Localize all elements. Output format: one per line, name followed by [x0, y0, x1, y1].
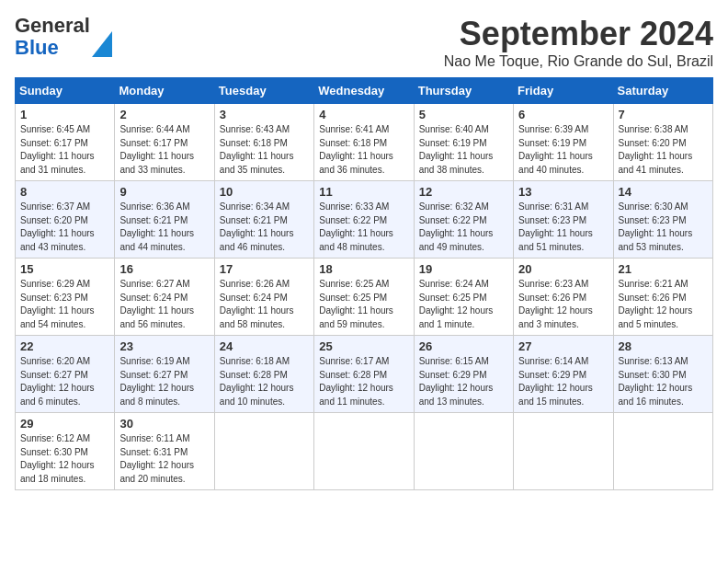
day-info: Sunrise: 6:27 AM Sunset: 6:24 PM Dayligh… [119, 278, 209, 331]
day-number: 17 [220, 262, 309, 276]
weekday-header-tuesday: Tuesday [214, 78, 313, 104]
calendar-cell: 2Sunrise: 6:44 AM Sunset: 6:17 PM Daylig… [115, 104, 214, 181]
day-info: Sunrise: 6:37 AM Sunset: 6:20 PM Dayligh… [20, 201, 109, 254]
svg-marker-0 [92, 31, 112, 57]
day-info: Sunrise: 6:33 AM Sunset: 6:22 PM Dayligh… [319, 201, 408, 254]
day-number: 7 [619, 108, 708, 121]
calendar-cell: 16Sunrise: 6:27 AM Sunset: 6:24 PM Dayli… [115, 259, 214, 336]
calendar-cell: 5Sunrise: 6:40 AM Sunset: 6:19 PM Daylig… [414, 104, 513, 181]
day-info: Sunrise: 6:43 AM Sunset: 6:18 PM Dayligh… [220, 123, 309, 177]
day-info: Sunrise: 6:11 AM Sunset: 6:31 PM Dayligh… [119, 432, 209, 486]
weekday-header-wednesday: Wednesday [314, 78, 414, 104]
day-info: Sunrise: 6:21 AM Sunset: 6:26 PM Dayligh… [619, 278, 708, 331]
day-number: 4 [319, 108, 408, 121]
day-info: Sunrise: 6:13 AM Sunset: 6:30 PM Dayligh… [619, 355, 708, 408]
weekday-header-row: SundayMondayTuesdayWednesdayThursdayFrid… [16, 78, 713, 104]
day-number: 15 [20, 262, 109, 276]
logo: GeneralBlue [15, 15, 112, 59]
day-info: Sunrise: 6:29 AM Sunset: 6:23 PM Dayligh… [20, 278, 109, 331]
calendar-cell: 9Sunrise: 6:36 AM Sunset: 6:21 PM Daylig… [115, 181, 214, 259]
day-number: 18 [319, 262, 408, 276]
calendar-cell: 13Sunrise: 6:31 AM Sunset: 6:23 PM Dayli… [514, 181, 613, 259]
calendar-cell: 27Sunrise: 6:14 AM Sunset: 6:29 PM Dayli… [514, 336, 613, 413]
calendar-week-row: 29Sunrise: 6:12 AM Sunset: 6:30 PM Dayli… [16, 413, 713, 490]
day-number: 25 [319, 339, 408, 353]
logo-triangle-icon [92, 31, 112, 57]
calendar-cell: 21Sunrise: 6:21 AM Sunset: 6:26 PM Dayli… [613, 259, 712, 336]
day-number: 3 [220, 108, 309, 121]
day-number: 30 [119, 417, 209, 431]
header: GeneralBlue September 2024 Nao Me Toque,… [15, 15, 713, 70]
day-info: Sunrise: 6:20 AM Sunset: 6:27 PM Dayligh… [20, 355, 109, 408]
day-info: Sunrise: 6:19 AM Sunset: 6:27 PM Dayligh… [119, 355, 209, 408]
calendar-body: 1Sunrise: 6:45 AM Sunset: 6:17 PM Daylig… [16, 104, 713, 490]
calendar-cell: 3Sunrise: 6:43 AM Sunset: 6:18 PM Daylig… [214, 104, 313, 181]
calendar-cell: 7Sunrise: 6:38 AM Sunset: 6:20 PM Daylig… [613, 104, 712, 181]
day-number: 11 [319, 185, 408, 199]
title-area: September 2024 Nao Me Toque, Rio Grande … [444, 15, 713, 70]
weekday-header-sunday: Sunday [16, 78, 115, 104]
day-info: Sunrise: 6:32 AM Sunset: 6:22 PM Dayligh… [419, 201, 508, 254]
calendar-cell: 17Sunrise: 6:26 AM Sunset: 6:24 PM Dayli… [214, 259, 313, 336]
month-title: September 2024 [444, 15, 713, 53]
calendar-cell [214, 413, 313, 490]
day-info: Sunrise: 6:40 AM Sunset: 6:19 PM Dayligh… [419, 123, 508, 177]
calendar-cell: 19Sunrise: 6:24 AM Sunset: 6:25 PM Dayli… [414, 259, 513, 336]
calendar-cell [613, 413, 712, 490]
calendar-cell: 18Sunrise: 6:25 AM Sunset: 6:25 PM Dayli… [314, 259, 414, 336]
day-info: Sunrise: 6:14 AM Sunset: 6:29 PM Dayligh… [518, 355, 608, 408]
calendar-cell: 28Sunrise: 6:13 AM Sunset: 6:30 PM Dayli… [613, 336, 712, 413]
calendar-cell: 25Sunrise: 6:17 AM Sunset: 6:28 PM Dayli… [314, 336, 414, 413]
weekday-header-saturday: Saturday [613, 78, 712, 104]
day-number: 20 [518, 262, 608, 276]
calendar-cell: 20Sunrise: 6:23 AM Sunset: 6:26 PM Dayli… [514, 259, 613, 336]
day-info: Sunrise: 6:31 AM Sunset: 6:23 PM Dayligh… [518, 201, 608, 254]
day-info: Sunrise: 6:45 AM Sunset: 6:17 PM Dayligh… [20, 123, 109, 177]
calendar-cell: 6Sunrise: 6:39 AM Sunset: 6:19 PM Daylig… [514, 104, 613, 181]
calendar-cell: 24Sunrise: 6:18 AM Sunset: 6:28 PM Dayli… [214, 336, 313, 413]
weekday-header-friday: Friday [514, 78, 613, 104]
calendar-cell: 23Sunrise: 6:19 AM Sunset: 6:27 PM Dayli… [115, 336, 214, 413]
day-number: 9 [119, 185, 209, 199]
calendar-cell: 1Sunrise: 6:45 AM Sunset: 6:17 PM Daylig… [16, 104, 115, 181]
day-info: Sunrise: 6:15 AM Sunset: 6:29 PM Dayligh… [419, 355, 508, 408]
calendar-cell [514, 413, 613, 490]
day-number: 8 [20, 185, 109, 199]
logo-text: GeneralBlue [15, 15, 90, 59]
calendar-cell: 30Sunrise: 6:11 AM Sunset: 6:31 PM Dayli… [115, 413, 214, 490]
calendar-cell: 11Sunrise: 6:33 AM Sunset: 6:22 PM Dayli… [314, 181, 414, 259]
day-number: 23 [119, 339, 209, 353]
day-info: Sunrise: 6:24 AM Sunset: 6:25 PM Dayligh… [419, 278, 508, 331]
day-info: Sunrise: 6:25 AM Sunset: 6:25 PM Dayligh… [319, 278, 408, 331]
weekday-header-thursday: Thursday [414, 78, 513, 104]
calendar-week-row: 22Sunrise: 6:20 AM Sunset: 6:27 PM Dayli… [16, 336, 713, 413]
calendar-cell: 15Sunrise: 6:29 AM Sunset: 6:23 PM Dayli… [16, 259, 115, 336]
day-number: 10 [220, 185, 309, 199]
day-number: 12 [419, 185, 508, 199]
day-info: Sunrise: 6:41 AM Sunset: 6:18 PM Dayligh… [319, 123, 408, 177]
day-info: Sunrise: 6:34 AM Sunset: 6:21 PM Dayligh… [220, 201, 309, 254]
day-number: 22 [20, 339, 109, 353]
day-number: 16 [119, 262, 209, 276]
location-subtitle: Nao Me Toque, Rio Grande do Sul, Brazil [444, 53, 713, 70]
day-info: Sunrise: 6:38 AM Sunset: 6:20 PM Dayligh… [619, 123, 708, 177]
calendar-cell: 12Sunrise: 6:32 AM Sunset: 6:22 PM Dayli… [414, 181, 513, 259]
day-number: 21 [619, 262, 708, 276]
day-number: 14 [619, 185, 708, 199]
day-info: Sunrise: 6:44 AM Sunset: 6:17 PM Dayligh… [119, 123, 209, 177]
calendar-week-row: 8Sunrise: 6:37 AM Sunset: 6:20 PM Daylig… [16, 181, 713, 259]
day-info: Sunrise: 6:23 AM Sunset: 6:26 PM Dayligh… [518, 278, 608, 331]
calendar-cell: 8Sunrise: 6:37 AM Sunset: 6:20 PM Daylig… [16, 181, 115, 259]
calendar-cell: 26Sunrise: 6:15 AM Sunset: 6:29 PM Dayli… [414, 336, 513, 413]
calendar-table: SundayMondayTuesdayWednesdayThursdayFrid… [15, 77, 713, 490]
day-info: Sunrise: 6:26 AM Sunset: 6:24 PM Dayligh… [220, 278, 309, 331]
day-number: 29 [20, 417, 109, 431]
calendar-cell [414, 413, 513, 490]
day-info: Sunrise: 6:39 AM Sunset: 6:19 PM Dayligh… [518, 123, 608, 177]
day-number: 19 [419, 262, 508, 276]
calendar-cell [314, 413, 414, 490]
day-number: 27 [518, 339, 608, 353]
day-number: 24 [220, 339, 309, 353]
calendar-cell: 4Sunrise: 6:41 AM Sunset: 6:18 PM Daylig… [314, 104, 414, 181]
day-number: 6 [518, 108, 608, 121]
